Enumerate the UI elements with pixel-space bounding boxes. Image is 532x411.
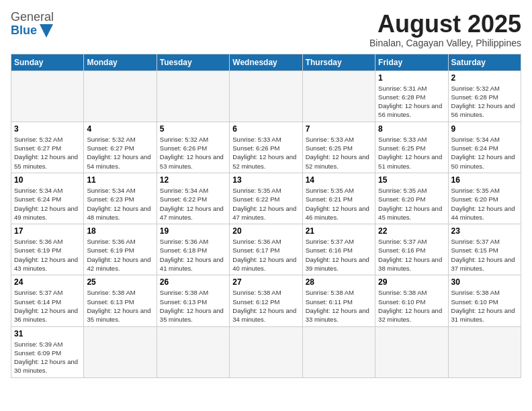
day-number: 16 (451, 175, 518, 185)
calendar-day: 11Sunrise: 5:34 AM Sunset: 6:23 PM Dayli… (84, 173, 157, 224)
day-info: Sunrise: 5:38 AM Sunset: 6:13 PM Dayligh… (87, 288, 153, 324)
day-info: Sunrise: 5:37 AM Sunset: 6:15 PM Dayligh… (451, 237, 518, 273)
weekday-header-row: Sunday Monday Tuesday Wednesday Thursday… (11, 54, 521, 71)
calendar-day (302, 71, 375, 122)
day-info: Sunrise: 5:37 AM Sunset: 6:14 PM Dayligh… (14, 288, 81, 324)
header-tuesday: Tuesday (157, 54, 229, 71)
calendar-day: 15Sunrise: 5:35 AM Sunset: 6:20 PM Dayli… (375, 173, 448, 224)
day-number: 20 (232, 226, 299, 236)
calendar-day (157, 326, 229, 377)
day-info: Sunrise: 5:33 AM Sunset: 6:25 PM Dayligh… (306, 135, 372, 171)
calendar-day: 31Sunrise: 5:39 AM Sunset: 6:09 PM Dayli… (11, 326, 84, 377)
day-info: Sunrise: 5:35 AM Sunset: 6:20 PM Dayligh… (451, 186, 518, 222)
day-info: Sunrise: 5:33 AM Sunset: 6:25 PM Dayligh… (378, 135, 445, 171)
day-number: 8 (378, 124, 445, 134)
calendar-day: 14Sunrise: 5:35 AM Sunset: 6:21 PM Dayli… (302, 173, 375, 224)
calendar-week-row: 10Sunrise: 5:34 AM Sunset: 6:24 PM Dayli… (11, 173, 521, 224)
day-number: 11 (87, 175, 153, 185)
day-number: 10 (14, 175, 81, 185)
day-info: Sunrise: 5:38 AM Sunset: 6:12 PM Dayligh… (232, 288, 299, 324)
calendar-subtitle: Binalan, Cagayan Valley, Philippines (369, 38, 521, 48)
day-number: 22 (378, 226, 445, 236)
day-info: Sunrise: 5:35 AM Sunset: 6:21 PM Dayligh… (306, 186, 372, 222)
day-number: 15 (378, 175, 445, 185)
calendar-day (11, 71, 84, 122)
day-number: 3 (14, 124, 81, 134)
calendar-day: 19Sunrise: 5:36 AM Sunset: 6:18 PM Dayli… (157, 224, 229, 275)
logo-text-group: General Blue (11, 11, 54, 38)
day-number: 31 (14, 329, 81, 338)
calendar-table: Sunday Monday Tuesday Wednesday Thursday… (11, 54, 521, 378)
logo-general: General (11, 11, 54, 24)
day-info: Sunrise: 5:37 AM Sunset: 6:16 PM Dayligh… (306, 237, 372, 273)
day-number: 6 (232, 124, 299, 134)
calendar-day: 12Sunrise: 5:34 AM Sunset: 6:22 PM Dayli… (157, 173, 229, 224)
day-number: 18 (87, 226, 153, 236)
header-friday: Friday (375, 54, 448, 71)
day-number: 9 (451, 124, 518, 134)
day-number: 7 (306, 124, 372, 134)
calendar-day: 29Sunrise: 5:38 AM Sunset: 6:10 PM Dayli… (375, 275, 448, 326)
calendar-day (302, 326, 375, 377)
day-info: Sunrise: 5:36 AM Sunset: 6:19 PM Dayligh… (87, 237, 153, 273)
header-saturday: Saturday (448, 54, 521, 71)
logo-blue: Blue (11, 24, 54, 38)
calendar-day: 10Sunrise: 5:34 AM Sunset: 6:24 PM Dayli… (11, 173, 84, 224)
header-thursday: Thursday (302, 54, 375, 71)
calendar-day (157, 71, 229, 122)
calendar-day: 3Sunrise: 5:32 AM Sunset: 6:27 PM Daylig… (11, 122, 84, 173)
calendar-title: August 2025 (369, 11, 521, 38)
calendar-day: 26Sunrise: 5:38 AM Sunset: 6:13 PM Dayli… (157, 275, 229, 326)
header-wednesday: Wednesday (230, 54, 302, 71)
calendar-day: 22Sunrise: 5:37 AM Sunset: 6:16 PM Dayli… (375, 224, 448, 275)
logo: General Blue (11, 11, 54, 38)
day-info: Sunrise: 5:32 AM Sunset: 6:27 PM Dayligh… (14, 135, 81, 171)
calendar-day (448, 326, 521, 377)
day-info: Sunrise: 5:32 AM Sunset: 6:26 PM Dayligh… (160, 135, 226, 171)
calendar-day: 23Sunrise: 5:37 AM Sunset: 6:15 PM Dayli… (448, 224, 521, 275)
calendar-week-row: 31Sunrise: 5:39 AM Sunset: 6:09 PM Dayli… (11, 326, 521, 377)
calendar-day: 4Sunrise: 5:32 AM Sunset: 6:27 PM Daylig… (84, 122, 157, 173)
day-number: 26 (160, 277, 226, 287)
day-info: Sunrise: 5:31 AM Sunset: 6:28 PM Dayligh… (378, 84, 445, 120)
day-number: 17 (14, 226, 81, 236)
calendar-day: 28Sunrise: 5:38 AM Sunset: 6:11 PM Dayli… (302, 275, 375, 326)
day-number: 4 (87, 124, 153, 134)
header-sunday: Sunday (11, 54, 84, 71)
day-number: 25 (87, 277, 153, 287)
calendar-day: 30Sunrise: 5:38 AM Sunset: 6:10 PM Dayli… (448, 275, 521, 326)
calendar-week-row: 3Sunrise: 5:32 AM Sunset: 6:27 PM Daylig… (11, 122, 521, 173)
calendar-week-row: 24Sunrise: 5:37 AM Sunset: 6:14 PM Dayli… (11, 275, 521, 326)
day-info: Sunrise: 5:36 AM Sunset: 6:19 PM Dayligh… (14, 237, 81, 273)
calendar-day: 20Sunrise: 5:36 AM Sunset: 6:17 PM Dayli… (230, 224, 302, 275)
calendar-week-row: 17Sunrise: 5:36 AM Sunset: 6:19 PM Dayli… (11, 224, 521, 275)
day-number: 28 (306, 277, 372, 287)
day-number: 21 (306, 226, 372, 236)
day-info: Sunrise: 5:34 AM Sunset: 6:23 PM Dayligh… (87, 186, 153, 222)
day-info: Sunrise: 5:34 AM Sunset: 6:24 PM Dayligh… (14, 186, 81, 222)
day-number: 24 (14, 277, 81, 287)
day-info: Sunrise: 5:35 AM Sunset: 6:22 PM Dayligh… (232, 186, 299, 222)
calendar-day: 6Sunrise: 5:33 AM Sunset: 6:26 PM Daylig… (230, 122, 302, 173)
day-number: 27 (232, 277, 299, 287)
calendar-day (230, 326, 302, 377)
calendar-day: 27Sunrise: 5:38 AM Sunset: 6:12 PM Dayli… (230, 275, 302, 326)
page-header: General Blue August 2025 Binalan, Cagaya… (11, 11, 521, 48)
day-info: Sunrise: 5:38 AM Sunset: 6:11 PM Dayligh… (306, 288, 372, 324)
day-number: 30 (451, 277, 518, 287)
calendar-day: 25Sunrise: 5:38 AM Sunset: 6:13 PM Dayli… (84, 275, 157, 326)
calendar-day (375, 326, 448, 377)
day-info: Sunrise: 5:32 AM Sunset: 6:28 PM Dayligh… (451, 84, 518, 120)
svg-marker-0 (40, 24, 53, 38)
day-info: Sunrise: 5:32 AM Sunset: 6:27 PM Dayligh… (87, 135, 153, 171)
day-number: 12 (160, 175, 226, 185)
calendar-day (84, 71, 157, 122)
calendar-day: 13Sunrise: 5:35 AM Sunset: 6:22 PM Dayli… (230, 173, 302, 224)
calendar-day: 2Sunrise: 5:32 AM Sunset: 6:28 PM Daylig… (448, 71, 521, 122)
day-number: 29 (378, 277, 445, 287)
day-info: Sunrise: 5:36 AM Sunset: 6:18 PM Dayligh… (160, 237, 226, 273)
day-number: 14 (306, 175, 372, 185)
blue-triangle-icon (40, 24, 53, 38)
calendar-day: 24Sunrise: 5:37 AM Sunset: 6:14 PM Dayli… (11, 275, 84, 326)
day-number: 13 (232, 175, 299, 185)
